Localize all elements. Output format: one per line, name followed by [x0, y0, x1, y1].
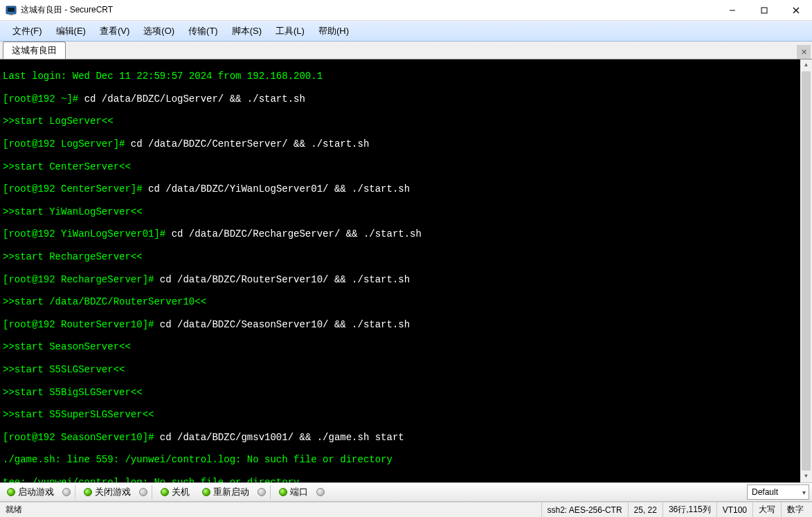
status-size: 36行,115列 [662, 502, 716, 517]
toolbar-port[interactable]: 端口 [275, 486, 312, 498]
menu-edit[interactable]: 编辑(E) [49, 22, 93, 40]
terminal-line: [root@192 SeasonServer10]# cd /data/BDZC… [3, 432, 809, 443]
terminal-line: >>start S5SLGServer<< [3, 364, 809, 375]
toolbar-label: 端口 [290, 486, 308, 498]
status-caps: 大写 [752, 502, 781, 517]
status-dot-icon [279, 488, 287, 496]
tab-bar: 这城有良田 ✕ [0, 42, 812, 60]
toolbar-separator [152, 485, 152, 499]
terminal-line: >>start YiWanLogServer<< [3, 206, 809, 217]
terminal-line: tee: /yunwei/control.log: No such file o… [3, 477, 809, 482]
status-bar: 就绪 ssh2: AES-256-CTR 25, 22 36行,115列 VT1… [0, 502, 812, 517]
status-dot-icon [202, 488, 210, 496]
toolbar-label: 重新启动 [213, 486, 249, 498]
status-ready: 就绪 [3, 504, 541, 516]
toolbar-label: 关闭游戏 [95, 486, 131, 498]
window-title: 这城有良田 - SecureCRT [21, 4, 716, 16]
terminal-line: >>start /data/BDZC/RouterServer10<< [3, 296, 809, 307]
toolbar-spare-button[interactable] [316, 488, 325, 496]
select-value: Default [752, 487, 778, 497]
terminal-line: ./game.sh: line 559: /yunwei/control.log… [3, 454, 809, 465]
title-bar: 这城有良田 - SecureCRT [0, 0, 812, 21]
toolbar-label: 启动游戏 [18, 486, 54, 498]
terminal-line: Last login: Wed Dec 11 22:59:57 2024 fro… [3, 71, 809, 82]
tab-close-icon[interactable]: ✕ [797, 45, 811, 59]
session-tab[interactable]: 这城有良田 [3, 42, 66, 59]
scroll-down-icon[interactable]: ▼ [800, 471, 812, 482]
terminal-line: [root@192 CenterServer]# cd /data/BDZC/Y… [3, 183, 809, 194]
svg-rect-4 [761, 8, 767, 13]
terminal-line: [root@192 LogServer]# cd /data/BDZC/Cent… [3, 138, 809, 149]
terminal-line: [root@192 RechargeServer]# cd /data/BDZC… [3, 274, 809, 285]
terminal-line: >>start LogServer<< [3, 116, 809, 127]
toolbar-spare-button[interactable] [62, 488, 71, 496]
app-icon [6, 5, 17, 16]
terminal-line: [root@192 RouterServer10]# cd /data/BDZC… [3, 319, 809, 330]
terminal-line: >>start S5BigSLGServer<< [3, 387, 809, 398]
toolbar-spare-button[interactable] [258, 488, 266, 496]
status-term-type: VT100 [716, 502, 752, 517]
scroll-up-icon[interactable]: ▲ [800, 60, 812, 71]
status-dot-icon [161, 488, 169, 496]
menu-options[interactable]: 选项(O) [136, 22, 181, 40]
terminal-line: >>start RechargeServer<< [3, 251, 809, 262]
status-dot-icon [84, 488, 92, 496]
toolbar-start-game[interactable]: 启动游戏 [3, 486, 58, 498]
window-controls [716, 0, 812, 20]
toolbar-separator [75, 485, 75, 499]
scroll-thumb[interactable] [802, 71, 811, 471]
terminal-line: >>start S5SuperSLGServer<< [3, 409, 809, 420]
menu-tools[interactable]: 工具(L) [269, 22, 312, 40]
terminal[interactable]: Last login: Wed Dec 11 22:59:57 2024 fro… [0, 60, 812, 482]
menu-transfer[interactable]: 传输(T) [181, 22, 225, 40]
terminal-scrollbar[interactable]: ▲ ▼ [800, 60, 812, 482]
status-cursor-pos: 25, 22 [628, 502, 662, 517]
toolbar-label: 关机 [172, 486, 190, 498]
terminal-line: [root@192 YiWanLogServer01]# cd /data/BD… [3, 228, 809, 239]
toolbar-restart[interactable]: 重新启动 [198, 486, 253, 498]
terminal-line: [root@192 ~]# cd /data/BDZC/LogServer/ &… [3, 93, 809, 105]
toolbar-select[interactable]: Default [747, 484, 809, 500]
toolbar-separator [270, 485, 271, 499]
status-dot-icon [7, 488, 15, 496]
toolbar-close-game[interactable]: 关闭游戏 [80, 486, 135, 498]
scroll-track[interactable] [800, 71, 812, 471]
svg-rect-2 [9, 14, 13, 15]
status-num: 数字 [781, 502, 809, 517]
menu-file[interactable]: 文件(F) [6, 22, 49, 40]
button-bar: 启动游戏 关闭游戏 关机 重新启动 端口 Default [0, 482, 812, 502]
terminal-line: >>start SeasonServer<< [3, 341, 809, 352]
menu-bar: 文件(F) 编辑(E) 查看(V) 选项(O) 传输(T) 脚本(S) 工具(L… [0, 21, 812, 42]
terminal-line: >>start CenterServer<< [3, 161, 809, 172]
menu-script[interactable]: 脚本(S) [225, 22, 269, 40]
toolbar-shutdown[interactable]: 关机 [156, 486, 194, 498]
menu-view[interactable]: 查看(V) [93, 22, 136, 40]
menu-help[interactable]: 帮助(H) [312, 22, 356, 40]
minimize-button[interactable] [716, 0, 748, 20]
toolbar-spare-button[interactable] [139, 488, 147, 496]
status-ssh: ssh2: AES-256-CTR [541, 502, 628, 517]
close-button[interactable] [780, 0, 812, 20]
maximize-button[interactable] [748, 0, 780, 20]
svg-rect-1 [8, 8, 15, 12]
